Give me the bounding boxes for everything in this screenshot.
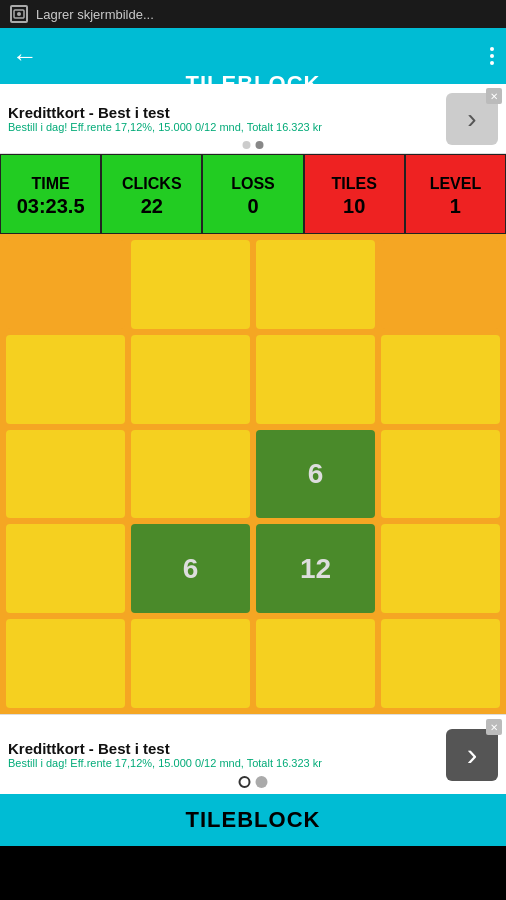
ad-text-top: Kredittkort - Best i test Bestill i dag!… — [8, 104, 446, 133]
tile-r4c1[interactable] — [6, 524, 125, 613]
tile-r5c2[interactable] — [131, 619, 250, 708]
status-bar: Lagrer skjermbilde... — [0, 0, 506, 28]
stat-time: TIME 03:23.5 — [0, 154, 101, 234]
stat-loss-value: 0 — [247, 195, 258, 218]
stat-clicks: CLICKS 22 — [101, 154, 202, 234]
stat-level: LEVEL 1 — [405, 154, 506, 234]
stats-bar: TIME 03:23.5 CLICKS 22 LOSS 0 TILES 10 L… — [0, 154, 506, 234]
tile-r3c2[interactable] — [131, 430, 250, 519]
svg-point-1 — [17, 12, 21, 16]
tile-r5c1[interactable] — [6, 619, 125, 708]
tile-r1c2[interactable] — [131, 240, 250, 329]
ad-dot-bottom-1 — [239, 776, 251, 788]
ad-subtitle-top: Bestill i dag! Eff.rente 17,12%, 15.000 … — [8, 121, 446, 133]
ad-close-bottom[interactable]: ✕ — [486, 719, 502, 735]
tile-r3c3[interactable]: 6 — [256, 430, 375, 519]
ad-banner-bottom: ✕ Kredittkort - Best i test Bestill i da… — [0, 714, 506, 794]
app-bar: ← TILEBLOCK — [0, 28, 506, 84]
tile-r1c3[interactable] — [256, 240, 375, 329]
ad-dot-2 — [256, 141, 264, 149]
tile-r4c2[interactable]: 6 — [131, 524, 250, 613]
ad-close-top[interactable]: ✕ — [486, 88, 502, 104]
stat-tiles-value: 10 — [343, 195, 365, 218]
ad-title-top: Kredittkort - Best i test — [8, 104, 446, 121]
tile-r1c4[interactable] — [381, 240, 500, 329]
ad-dot-bottom-2 — [256, 776, 268, 788]
tile-r3c4[interactable] — [381, 430, 500, 519]
stat-loss-label: LOSS — [231, 171, 275, 195]
stat-tiles-label: TILES — [332, 171, 377, 195]
dot3 — [490, 61, 494, 65]
tile-r1c1[interactable] — [6, 240, 125, 329]
tile-r5c3[interactable] — [256, 619, 375, 708]
tile-r5c4[interactable] — [381, 619, 500, 708]
tile-r4c4[interactable] — [381, 524, 500, 613]
screenshot-icon — [10, 5, 28, 23]
ad-subtitle-bottom: Bestill i dag! Eff.rente 17,12%, 15.000 … — [8, 757, 446, 769]
stat-time-label: TIME — [31, 171, 69, 195]
ad-banner-top: ✕ Kredittkort - Best i test Bestill i da… — [0, 84, 506, 154]
tile-r2c1[interactable] — [6, 335, 125, 424]
ad-dots-top — [243, 141, 264, 149]
ad-dots-bottom — [239, 776, 268, 788]
stat-tiles: TILES 10 — [304, 154, 405, 234]
ad-text-bottom: Kredittkort - Best i test Bestill i dag!… — [8, 740, 446, 769]
game-board: 6 6 12 — [0, 234, 506, 714]
back-button[interactable]: ← — [12, 41, 38, 72]
ad-arrow-bottom[interactable]: › — [446, 729, 498, 781]
stat-loss: LOSS 0 — [202, 154, 303, 234]
ad-dot-1 — [243, 141, 251, 149]
ad-title-bottom: Kredittkort - Best i test — [8, 740, 446, 757]
tile-r2c3[interactable] — [256, 335, 375, 424]
stat-clicks-label: CLICKS — [122, 171, 182, 195]
tile-r4c3[interactable]: 12 — [256, 524, 375, 613]
stat-level-label: LEVEL — [430, 171, 482, 195]
tile-r3c1[interactable] — [6, 430, 125, 519]
dot2 — [490, 54, 494, 58]
stat-time-value: 03:23.5 — [17, 195, 85, 218]
tile-r2c4[interactable] — [381, 335, 500, 424]
more-button[interactable] — [490, 47, 494, 65]
bottom-bar: TILEBLOCK — [0, 794, 506, 846]
dot1 — [490, 47, 494, 51]
bottom-title: TILEBLOCK — [186, 807, 321, 833]
stat-level-value: 1 — [450, 195, 461, 218]
tile-r2c2[interactable] — [131, 335, 250, 424]
status-text: Lagrer skjermbilde... — [36, 7, 154, 22]
stat-clicks-value: 22 — [141, 195, 163, 218]
